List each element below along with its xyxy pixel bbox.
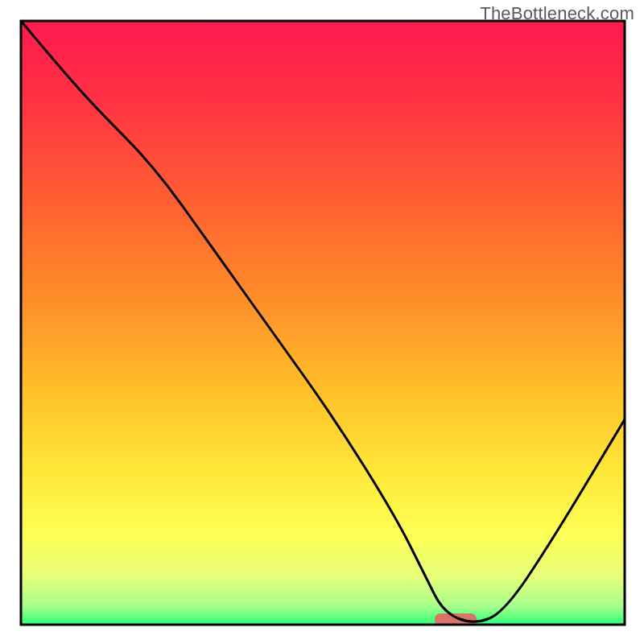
gradient-background <box>21 21 625 625</box>
bottleneck-chart <box>0 0 644 644</box>
watermark-text: TheBottleneck.com <box>480 3 634 24</box>
plot-area <box>21 21 625 626</box>
